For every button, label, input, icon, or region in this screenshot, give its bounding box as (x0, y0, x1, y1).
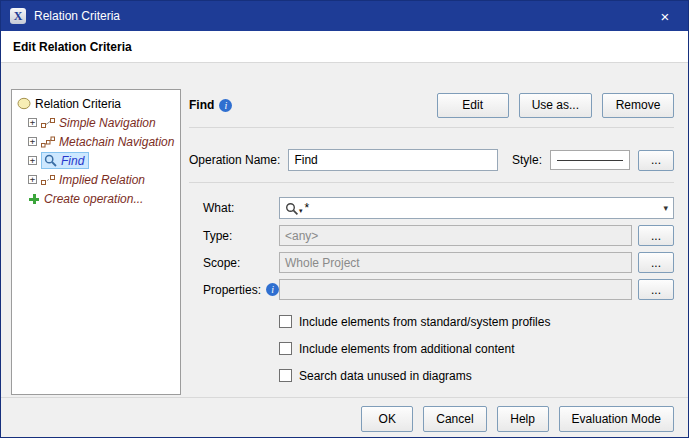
include-standard-profiles-checkbox[interactable] (279, 315, 292, 328)
search-unused-data-checkbox[interactable] (279, 369, 292, 382)
criteria-folder-icon (17, 97, 31, 110)
tree-item-metachain-navigation[interactable]: + Metachain Navigation (14, 132, 178, 151)
tree-item-simple-navigation[interactable]: + Simple Navigation (14, 113, 178, 132)
tree-item-find[interactable]: + Find (14, 151, 178, 170)
tree-item-create-operation[interactable]: Create operation... (14, 189, 178, 208)
dialog-footer: OK Cancel Help Evaluation Mode (1, 397, 688, 438)
info-icon: i (266, 283, 279, 296)
tree-item-label: Implied Relation (59, 173, 145, 187)
metachain-navigation-icon (41, 136, 55, 148)
tree-item-implied-relation[interactable]: + Implied Relation (14, 170, 178, 189)
checkbox-row-additional-content[interactable]: Include elements from additional content (279, 335, 674, 362)
expand-toggle-icon[interactable]: + (28, 175, 37, 184)
find-magnifier-icon (44, 154, 57, 167)
search-fields: What: ▾ * ▾ Type: <any> ... Scope: Whole… (189, 197, 674, 300)
titlebar[interactable]: X Relation Criteria × (1, 1, 688, 31)
style-preview[interactable] (550, 150, 630, 170)
checkbox-row-unused-data[interactable]: Search data unused in diagrams (279, 362, 674, 389)
checkbox-group: Include elements from standard/system pr… (189, 308, 674, 389)
expand-toggle-icon[interactable]: + (28, 118, 37, 127)
style-label: Style: (512, 153, 542, 167)
what-combobox[interactable]: ▾ * ▾ (279, 197, 674, 219)
app-logo-icon: X (10, 8, 26, 24)
cancel-button[interactable]: Cancel (423, 406, 486, 432)
separator (189, 127, 674, 128)
include-additional-content-checkbox[interactable] (279, 342, 292, 355)
type-field: <any> (279, 225, 632, 246)
evaluation-mode-button[interactable]: Evaluation Mode (559, 406, 674, 432)
search-options-arrow-icon[interactable]: ▾ (299, 207, 303, 215)
tree-item-label: Create operation... (44, 192, 143, 206)
properties-label-text: Properties: (203, 283, 261, 297)
tree-selection-highlight: Find (41, 152, 89, 169)
panel-header-buttons: Edit Use as... Remove (437, 93, 674, 118)
scope-more-button[interactable]: ... (638, 252, 674, 273)
help-button[interactable]: Help (497, 406, 549, 432)
tree-item-label: Relation Criteria (35, 97, 121, 111)
criteria-tree: Relation Criteria + Simple Navigation + … (11, 89, 181, 395)
operation-name-input[interactable] (288, 149, 498, 171)
checkbox-label: Include elements from standard/system pr… (299, 315, 550, 329)
ok-button[interactable]: OK (361, 406, 413, 432)
what-value: * (305, 201, 310, 215)
relation-criteria-dialog: X Relation Criteria × Edit Relation Crit… (0, 0, 689, 438)
operation-name-row: Operation Name: Style: ... (189, 148, 674, 172)
expand-toggle-icon[interactable]: + (28, 137, 37, 146)
remove-button[interactable]: Remove (602, 93, 674, 118)
type-label: Type: (203, 229, 273, 243)
tree-item-label: Simple Navigation (59, 116, 156, 130)
dialog-subheader: Edit Relation Criteria (1, 31, 688, 63)
what-label: What: (203, 201, 273, 215)
tree-item-label: Find (61, 154, 84, 168)
use-as-button[interactable]: Use as... (519, 93, 592, 118)
panel-title: Find (189, 98, 214, 112)
checkbox-label: Search data unused in diagrams (299, 369, 472, 383)
expand-toggle-icon[interactable]: + (28, 156, 37, 165)
info-icon: i (219, 99, 232, 112)
search-icon[interactable]: ▾ (285, 202, 303, 215)
panel-header: Find i Edit Use as... Remove (189, 89, 674, 121)
style-line-sample (557, 160, 623, 161)
tree-item-relation-criteria[interactable]: Relation Criteria (14, 94, 178, 113)
implied-relation-icon (41, 174, 55, 186)
type-more-button[interactable]: ... (638, 225, 674, 246)
simple-navigation-icon (41, 117, 55, 129)
operation-name-label: Operation Name: (189, 153, 280, 167)
scope-label: Scope: (203, 256, 273, 270)
find-criteria-panel: Find i Edit Use as... Remove Operation N… (189, 89, 674, 397)
properties-field (279, 279, 632, 300)
create-plus-icon (28, 193, 40, 205)
properties-more-button[interactable]: ... (638, 279, 674, 300)
dialog-content: Relation Criteria + Simple Navigation + … (1, 63, 688, 397)
style-more-button[interactable]: ... (638, 150, 674, 171)
properties-label: Properties: i (203, 283, 273, 297)
window-title: Relation Criteria (34, 9, 120, 23)
checkbox-row-standard-profiles[interactable]: Include elements from standard/system pr… (279, 308, 674, 335)
separator (189, 182, 674, 183)
checkbox-label: Include elements from additional content (299, 342, 514, 356)
tree-item-label: Metachain Navigation (59, 135, 174, 149)
page-title: Edit Relation Criteria (13, 40, 132, 54)
chevron-down-icon[interactable]: ▾ (663, 203, 668, 213)
close-button[interactable]: × (642, 1, 688, 31)
scope-field: Whole Project (279, 252, 632, 273)
edit-button[interactable]: Edit (437, 93, 509, 118)
